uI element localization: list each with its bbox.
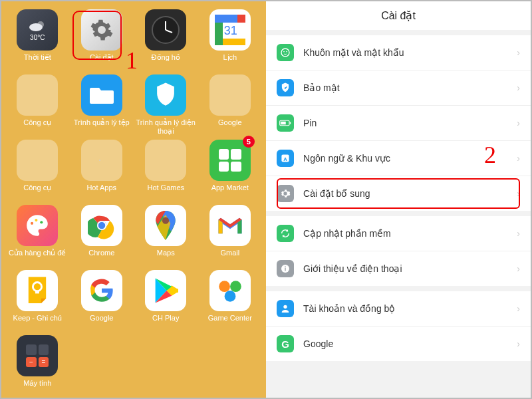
app-appmarket[interactable]: 5 App Market xyxy=(200,140,261,201)
gamecenter-icon xyxy=(216,277,244,305)
app-maps[interactable]: Maps xyxy=(135,205,197,266)
settings-title: Cài đặt xyxy=(266,1,531,30)
row-label: Cập nhật phần mềm xyxy=(303,228,517,239)
app-chrome[interactable]: Chrome xyxy=(71,205,133,266)
google-g-icon xyxy=(88,277,115,304)
row-battery[interactable]: Pin › xyxy=(266,106,531,141)
app-label: Google xyxy=(200,118,260,136)
grid-icon xyxy=(219,149,241,172)
tutorial-frame: 30°C Thời tiết Cài đặt Đồng hồ xyxy=(0,0,532,399)
svg-point-29 xyxy=(283,305,287,309)
app-label: Google xyxy=(72,314,132,331)
app-label: Trình quản lý điện thoại xyxy=(136,118,196,136)
chevron-right-icon: › xyxy=(517,118,520,128)
row-face-password[interactable]: Khuôn mặt và mật khẩu › xyxy=(266,35,531,70)
chevron-right-icon: › xyxy=(517,153,520,164)
shield-icon xyxy=(281,82,290,93)
app-weather[interactable]: 30°C Thời tiết xyxy=(7,9,68,70)
palette-icon xyxy=(25,213,50,238)
chrome-icon xyxy=(88,211,116,239)
svg-point-12 xyxy=(162,217,169,224)
maps-pin-icon xyxy=(154,211,178,240)
svg-point-28 xyxy=(285,266,286,267)
row-label: Cài đặt bổ sung xyxy=(303,188,517,199)
settings-group-1: Khuôn mặt và mật khẩu › Bảo mật › Pin › … xyxy=(266,35,531,211)
google-g-icon: G xyxy=(281,338,289,350)
clock-icon xyxy=(150,15,181,45)
app-themestore[interactable]: Cửa hàng chủ đề xyxy=(7,205,68,266)
row-google[interactable]: G Google › xyxy=(266,327,531,361)
app-label: Maps xyxy=(136,249,196,266)
svg-point-18 xyxy=(281,49,289,57)
folder-icon xyxy=(89,85,114,105)
weather-temp: 30°C xyxy=(30,34,45,41)
app-label: Hot Games xyxy=(136,184,196,201)
svg-point-20 xyxy=(286,51,287,53)
step-number-2: 2 xyxy=(484,141,496,169)
row-label: Google xyxy=(303,338,517,349)
app-clock[interactable]: Đồng hồ xyxy=(135,9,197,70)
folder-tools-1[interactable]: Công cụ xyxy=(7,74,68,136)
settings-group-2: Cập nhật phần mềm › Giới thiệu về điện t… xyxy=(266,216,531,286)
row-label: Bảo mật xyxy=(303,82,517,93)
app-gmail[interactable]: Gmail xyxy=(200,205,261,266)
app-label: Đồng hồ xyxy=(136,53,196,70)
app-label: Công cụ xyxy=(7,118,67,136)
app-label: Hot Apps xyxy=(72,184,132,201)
shield-icon xyxy=(154,82,178,108)
app-files[interactable]: Trình quản lý tệp xyxy=(71,74,133,136)
play-icon xyxy=(153,277,178,304)
chevron-right-icon: › xyxy=(517,82,520,93)
svg-rect-23 xyxy=(281,122,286,125)
row-software-update[interactable]: Cập nhật phần mềm › xyxy=(266,216,531,251)
app-label: Thời tiết xyxy=(7,53,67,70)
row-label: Pin xyxy=(303,118,517,128)
chevron-right-icon: › xyxy=(517,188,520,199)
app-gamecenter[interactable]: Game Center xyxy=(200,270,261,331)
svg-point-7 xyxy=(41,221,43,224)
app-settings[interactable]: Cài đặt xyxy=(71,9,133,70)
svg-point-17 xyxy=(224,291,235,302)
folder-hotapps[interactable]: Hot Apps xyxy=(71,140,133,201)
app-label: Cửa hàng chủ đề xyxy=(7,249,67,266)
row-accounts-sync[interactable]: Tài khoản và đồng bộ › xyxy=(266,291,531,327)
svg-point-1 xyxy=(29,23,43,31)
gmail-icon xyxy=(216,215,244,236)
battery-icon xyxy=(279,120,291,126)
app-calculator[interactable]: − = Máy tính xyxy=(7,335,68,396)
row-label: Khuôn mặt và mật khẩu xyxy=(303,47,517,58)
chevron-right-icon: › xyxy=(517,47,520,58)
folder-google[interactable]: Google xyxy=(200,74,261,136)
row-security[interactable]: Bảo mật › xyxy=(266,70,531,106)
app-keep[interactable]: Keep - Ghi chú xyxy=(7,270,68,331)
app-label: Trình quản lý tệp xyxy=(72,118,132,136)
calculator-icon: − = xyxy=(26,344,49,367)
svg-point-15 xyxy=(219,281,230,293)
svg-point-6 xyxy=(35,219,38,221)
svg-point-5 xyxy=(31,222,33,225)
face-icon xyxy=(280,47,291,58)
refresh-icon xyxy=(280,228,291,239)
app-label: Lịch xyxy=(200,53,260,70)
folder-hotgames[interactable]: Hot Games xyxy=(135,140,197,201)
calendar-day: 31 xyxy=(224,24,237,38)
app-google[interactable]: Google xyxy=(71,270,133,331)
info-icon xyxy=(280,263,291,274)
chevron-right-icon: › xyxy=(517,263,520,274)
app-label: Công cụ xyxy=(7,184,67,201)
app-phone-manager[interactable]: Trình quản lý điện thoại xyxy=(135,74,197,136)
person-icon xyxy=(280,303,291,314)
app-label: Cài đặt xyxy=(72,53,132,70)
row-about-phone[interactable]: Giới thiệu về điện thoại › xyxy=(266,251,531,286)
chevron-right-icon: › xyxy=(517,338,520,349)
app-label: Gmail xyxy=(200,249,260,266)
svg-rect-22 xyxy=(290,122,291,124)
app-calendar[interactable]: 31 Lịch xyxy=(200,9,261,70)
folder-tools-2[interactable]: Công cụ xyxy=(7,140,68,201)
row-additional-settings[interactable]: Cài đặt bổ sung › xyxy=(266,176,531,211)
app-chplay[interactable]: CH Play xyxy=(135,270,197,331)
svg-point-16 xyxy=(230,281,241,293)
settings-screen: Cài đặt Khuôn mặt và mật khẩu › Bảo mật … xyxy=(266,1,531,398)
step-number-1: 1 xyxy=(126,47,138,74)
row-label: Giới thiệu về điện thoại xyxy=(303,263,517,274)
